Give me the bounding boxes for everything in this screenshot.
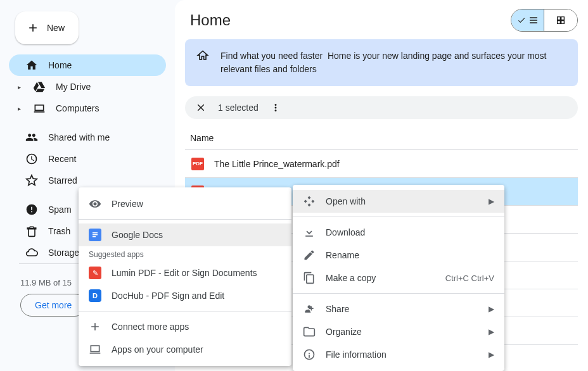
cloud-icon <box>25 246 38 259</box>
home-icon <box>25 59 38 72</box>
page-title: Home <box>190 11 231 29</box>
menu-label: Rename <box>326 250 494 260</box>
menu-label: Google Docs <box>112 230 281 240</box>
download-icon <box>303 226 316 239</box>
more-actions-button[interactable] <box>269 101 283 115</box>
folder-icon <box>303 325 316 338</box>
laptop-icon <box>89 343 101 356</box>
menu-file-info[interactable]: File information ▶ <box>293 343 504 366</box>
divider <box>293 217 504 217</box>
submenu-preview[interactable]: Preview <box>79 192 291 215</box>
expand-caret-icon[interactable]: ▸ <box>15 105 23 112</box>
info-icon <box>303 348 316 361</box>
menu-download[interactable]: Download <box>293 221 504 244</box>
sidebar-item-label: Storage <box>48 248 79 258</box>
column-header-name[interactable]: Name <box>185 127 578 150</box>
grid-view-button[interactable] <box>544 9 577 31</box>
sidebar-item-label: My Drive <box>56 82 91 92</box>
chevron-right-icon: ▶ <box>489 327 494 336</box>
menu-label: Apps on your computer <box>112 344 281 355</box>
sidebar-item-recent[interactable]: Recent <box>9 148 166 170</box>
submenu-connect-apps[interactable]: Connect more apps <box>79 315 291 338</box>
banner-bold: Find what you need faster <box>220 51 323 61</box>
menu-share[interactable]: Share ▶ <box>293 298 504 320</box>
clear-selection-button[interactable] <box>194 101 208 115</box>
pdf-icon: PDF <box>191 158 204 170</box>
menu-organize[interactable]: Organize ▶ <box>293 320 504 343</box>
main-header: Home <box>175 9 588 39</box>
star-icon <box>25 174 38 187</box>
dochub-icon: D <box>89 289 101 302</box>
grid-icon <box>556 15 566 25</box>
trash-icon <box>25 225 38 237</box>
sidebar-item-label: Home <box>48 60 72 70</box>
submenu-apps-on-computer[interactable]: Apps on your computer <box>79 338 291 361</box>
menu-label: Open with <box>326 196 478 206</box>
sidebar-item-label: Shared with me <box>48 132 110 142</box>
rename-icon <box>303 249 316 261</box>
menu-label: Make a copy <box>326 273 435 283</box>
sidebar-item-label: Starred <box>48 175 77 186</box>
menu-label: Preview <box>112 199 281 209</box>
check-icon <box>517 16 526 25</box>
menu-label: Lumin PDF - Edit or Sign Documents <box>112 268 281 278</box>
menu-label: Download <box>326 227 494 237</box>
drive-icon <box>33 80 46 93</box>
banner-text: Find what you need faster Home is your n… <box>220 49 566 76</box>
context-menu: Open with ▶ Download Rename Make a copy … <box>293 185 504 371</box>
submenu-lumin[interactable]: ✎ Lumin PDF - Edit or Sign Documents <box>79 261 291 284</box>
sidebar-item-label: Trash <box>48 226 70 236</box>
divider <box>293 293 504 294</box>
more-vert-icon <box>270 102 281 113</box>
submenu-google-docs[interactable]: Google Docs <box>79 223 291 246</box>
sidebar-item-label: Spam <box>48 204 72 215</box>
copy-icon <box>303 272 316 284</box>
menu-shortcut: Ctrl+C Ctrl+V <box>445 274 494 283</box>
menu-label: Share <box>326 304 478 314</box>
share-icon <box>303 303 316 315</box>
menu-label: File information <box>326 349 478 360</box>
sidebar-item-label: Computers <box>56 103 99 113</box>
chevron-right-icon: ▶ <box>489 305 494 313</box>
new-button-label: New <box>47 23 65 33</box>
computers-icon <box>33 102 46 115</box>
info-banner: Find what you need faster Home is your n… <box>185 39 578 86</box>
google-docs-icon <box>89 229 101 241</box>
recent-icon <box>25 153 38 165</box>
divider <box>79 311 291 311</box>
menu-rename[interactable]: Rename <box>293 244 504 267</box>
sidebar-item-label: Recent <box>48 154 76 164</box>
file-row[interactable]: PDF The Little Prince_watermark.pdf <box>185 150 578 178</box>
sidebar-item-home[interactable]: Home <box>9 54 166 76</box>
get-more-storage-button[interactable]: Get more <box>20 294 86 317</box>
open-with-submenu: Preview Google Docs Suggested apps ✎ Lum… <box>79 187 291 366</box>
list-view-button[interactable] <box>511 9 544 31</box>
spam-icon <box>25 203 38 216</box>
menu-open-with[interactable]: Open with ▶ <box>293 190 504 213</box>
chevron-right-icon: ▶ <box>489 197 494 206</box>
menu-label: DocHub - PDF Sign and Edit <box>112 291 281 301</box>
shared-icon <box>25 131 38 144</box>
file-name: The Little Prince_watermark.pdf <box>214 159 340 169</box>
lumin-icon: ✎ <box>89 267 101 279</box>
open-with-icon <box>303 195 316 208</box>
menu-label: Organize <box>326 327 478 337</box>
expand-caret-icon[interactable]: ▸ <box>15 84 23 91</box>
menu-label: Connect more apps <box>112 322 281 332</box>
selection-bar: 1 selected <box>185 96 578 119</box>
sidebar-item-shared[interactable]: Shared with me <box>9 127 166 148</box>
new-button[interactable]: New <box>15 11 79 44</box>
plus-icon <box>89 320 101 333</box>
view-toggle <box>511 9 578 32</box>
submenu-heading: Suggested apps <box>79 246 291 261</box>
menu-make-copy[interactable]: Make a copy Ctrl+C Ctrl+V <box>293 267 504 289</box>
home-outline-icon <box>196 49 209 62</box>
chevron-right-icon: ▶ <box>489 350 494 359</box>
divider <box>79 219 291 220</box>
sidebar-item-computers[interactable]: ▸ Computers <box>9 97 166 119</box>
selection-count: 1 selected <box>218 103 259 113</box>
sidebar-item-mydrive[interactable]: ▸ My Drive <box>9 76 166 97</box>
eye-icon <box>89 198 101 210</box>
submenu-dochub[interactable]: D DocHub - PDF Sign and Edit <box>79 284 291 307</box>
close-icon <box>195 102 207 113</box>
